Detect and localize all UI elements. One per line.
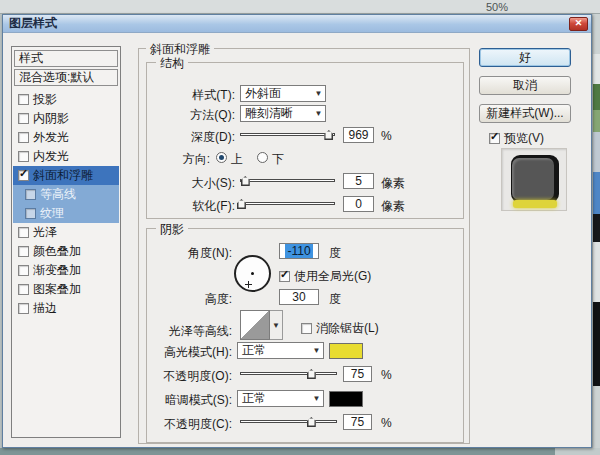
size-slider-thumb[interactable] [241,176,250,186]
direction-down-radio[interactable] [257,152,268,163]
highlight-opacity-thumb[interactable] [307,369,316,379]
sidebar-item-bevel-emboss[interactable]: ✓ 斜面和浮雕 [13,166,119,185]
chevron-down-icon: ▼ [310,346,323,355]
style-label: 样式(T): [153,87,235,104]
bg-fragment [593,84,600,110]
dialog-title: 图层样式 [9,15,57,32]
chevron-down-icon: ▼ [310,394,323,403]
sidebar-item-gradient-overlay[interactable]: 渐变叠加 [13,261,119,280]
shadow-opacity-slider[interactable] [240,416,337,427]
bevel-emboss-checkbox[interactable]: ✓ [18,170,29,181]
cancel-button[interactable]: 取消 [479,76,571,95]
altitude-unit: 度 [329,291,341,308]
technique-row: 方法(Q): 雕刻清晰 ▼ [153,105,457,123]
bg-fragment [593,54,600,84]
sidebar-item-pattern-overlay[interactable]: 图案叠加 [13,280,119,299]
sidebar-item-drop-shadow[interactable]: 投影 [13,90,119,109]
highlight-mode-row: 高光模式(H): 正常 ▼ [153,342,457,360]
outer-glow-checkbox[interactable] [18,132,29,143]
chevron-down-icon: ▼ [272,321,280,330]
direction-up-label: 上 [231,151,243,168]
soften-slider-thumb[interactable] [237,199,246,209]
altitude-input[interactable]: 30 [279,289,319,305]
depth-input[interactable]: 969 [343,127,374,143]
pattern-overlay-checkbox[interactable] [18,284,29,295]
sidebar-item-texture[interactable]: 纹理 [13,204,119,223]
direction-label: 方向: [153,151,210,168]
chevron-down-icon: ▼ [312,89,325,98]
shadow-opacity-input[interactable]: 75 [343,414,372,430]
sidebar-item-inner-glow[interactable]: 内发光 [13,147,119,166]
global-light-row: ✓ 使用全局光(G) [153,268,457,286]
shadow-opacity-row: 不透明度(C): 75 % [153,414,457,432]
texture-checkbox[interactable] [25,208,36,219]
highlight-opacity-input[interactable]: 75 [343,366,372,382]
inner-glow-checkbox[interactable] [18,151,29,162]
blending-options-item[interactable]: 混合选项:默认 [14,69,118,86]
gloss-contour-picker[interactable]: ▼ [270,310,283,340]
highlight-color-swatch[interactable] [329,343,363,359]
depth-slider-thumb[interactable] [324,130,333,140]
shading-legend: 阴影 [156,221,188,238]
global-light-checkbox[interactable]: ✓ [279,271,290,282]
shadow-color-swatch[interactable] [329,391,363,407]
zoom-level-label: 50% [486,1,508,13]
soften-input[interactable]: 0 [343,196,374,212]
stroke-checkbox[interactable] [18,303,29,314]
preview-option[interactable]: ✓ 预览(V) [489,130,544,147]
shadow-opacity-thumb[interactable] [307,417,316,427]
direction-up-radio[interactable] [216,152,227,163]
ok-button[interactable]: 好 [479,48,571,67]
check-icon: ✓ [19,167,28,180]
preview-chip-shadow [511,155,559,203]
size-slider[interactable] [240,175,335,186]
gloss-contour-thumbnail[interactable] [240,310,270,340]
structure-group: 结构 样式(T): 外斜面 ▼ 方法(Q): 雕刻清晰 ▼ 深度(D): [146,62,464,219]
drop-shadow-checkbox[interactable] [18,94,29,105]
preview-checkbox[interactable]: ✓ [489,133,500,144]
gradient-overlay-checkbox[interactable] [18,265,29,276]
styles-header-item[interactable]: 样式 [14,50,118,67]
size-input[interactable]: 5 [343,173,374,189]
angle-input[interactable]: -110 [279,243,319,259]
color-overlay-checkbox[interactable] [18,246,29,257]
bg-fragment [593,214,600,242]
highlight-mode-select[interactable]: 正常 ▼ [237,342,324,359]
angle-row: 角度(N): -110 度 [153,243,457,261]
preview-label: 预览(V) [504,130,544,147]
soften-unit: 像素 [381,198,405,215]
anti-alias-checkbox[interactable] [301,323,312,334]
global-light-option[interactable]: ✓ 使用全局光(G) [279,268,371,285]
preview-chip-face [512,158,554,200]
contour-checkbox[interactable] [25,189,36,200]
technique-label: 方法(Q): [153,107,235,124]
satin-checkbox[interactable] [18,227,29,238]
new-style-button[interactable]: 新建样式(W)... [479,104,571,123]
inner-shadow-checkbox[interactable] [18,113,29,124]
depth-label: 深度(D): [153,129,235,146]
altitude-row: 高度: 30 度 [153,289,457,307]
close-button[interactable]: ✕ [569,17,588,31]
sidebar-item-inner-shadow[interactable]: 内阴影 [13,109,119,128]
highlight-opacity-row: 不透明度(O): 75 % [153,366,457,384]
sidebar-item-contour[interactable]: 等高线 [13,185,119,204]
bg-fragment [593,302,600,386]
sidebar-item-stroke[interactable]: 描边 [13,299,119,318]
technique-select[interactable]: 雕刻清晰 ▼ [240,105,326,122]
bevel-style-select[interactable]: 外斜面 ▼ [240,85,326,102]
anti-alias-option[interactable]: 消除锯齿(L) [301,320,379,337]
shadow-mode-select[interactable]: 正常 ▼ [237,390,324,407]
highlight-opacity-slider[interactable] [240,368,337,379]
angle-label: 角度(N): [153,245,232,262]
sidebar-item-color-overlay[interactable]: 颜色叠加 [13,242,119,261]
shadow-mode-label: 暗调模式(S): [153,392,232,409]
sidebar-item-satin[interactable]: 光泽 [13,223,119,242]
check-icon: ✓ [280,268,289,281]
sidebar-item-outer-glow[interactable]: 外发光 [13,128,119,147]
depth-slider[interactable] [240,129,335,140]
bg-fragment [593,386,600,448]
soften-slider[interactable] [240,198,335,209]
dialog-titlebar[interactable]: 图层样式 ✕ [3,15,591,33]
close-icon: ✕ [575,19,583,28]
anti-alias-label: 消除锯齿(L) [316,320,379,337]
